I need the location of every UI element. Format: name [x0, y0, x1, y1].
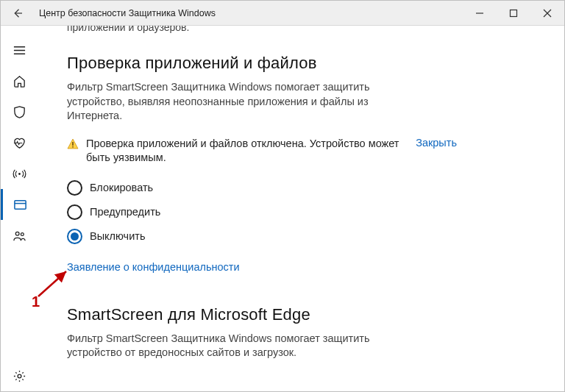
maximize-icon: [509, 9, 518, 18]
home-icon: [13, 74, 26, 88]
sidebar-item-settings[interactable]: [1, 360, 38, 391]
gear-icon: [13, 369, 26, 383]
radio-icon: [67, 204, 82, 220]
heart-icon: [13, 136, 26, 150]
hamburger-menu[interactable]: [1, 35, 38, 65]
titlebar: Центр безопасности Защитника Windows: [1, 1, 564, 26]
minimize-icon: [475, 9, 484, 18]
svg-rect-14: [72, 146, 73, 148]
warning-icon: [67, 138, 79, 150]
close-icon: [543, 9, 552, 18]
section-heading-edge: SmartScreen для Microsoft Edge: [67, 305, 564, 324]
sidebar-item-family[interactable]: [1, 220, 38, 251]
back-button[interactable]: [1, 1, 35, 26]
svg-rect-1: [511, 10, 517, 16]
truncated-prev-text: приложении и ораузеров.: [67, 26, 564, 33]
close-button[interactable]: [530, 1, 564, 26]
radio-option-block[interactable]: Блокировать: [67, 180, 564, 196]
window: Центр безопасности Защитника Windows: [0, 0, 565, 392]
svg-rect-8: [15, 200, 26, 208]
sidebar-item-health[interactable]: [1, 127, 38, 158]
privacy-statement-link[interactable]: Заявление о конфиденциальности: [67, 261, 240, 273]
section-desc-app-file-check: Фильтр SmartScreen Защитника Windows пом…: [67, 80, 405, 124]
radio-option-warn[interactable]: Предупредить: [67, 204, 564, 220]
content-area: приложении и ораузеров. Проверка приложе…: [38, 26, 564, 391]
radio-label: Блокировать: [90, 182, 153, 193]
maximize-button[interactable]: [497, 1, 530, 26]
app-control-icon: [13, 198, 27, 212]
radio-label: Выключить: [90, 230, 145, 242]
sidebar-item-home[interactable]: [1, 65, 38, 96]
sidebar-item-firewall[interactable]: [1, 158, 38, 189]
minimize-button[interactable]: [463, 1, 497, 26]
sidebar-item-virus[interactable]: [1, 96, 38, 127]
svg-point-10: [15, 232, 19, 235]
radio-icon: [67, 180, 82, 196]
arrow-left-icon: [11, 7, 24, 20]
radio-group-app-file-check: Блокировать Предупредить Выключить: [67, 180, 564, 244]
warning-close-link[interactable]: Закрыть: [416, 137, 457, 149]
window-title: Центр безопасности Защитника Windows: [39, 8, 463, 18]
svg-point-7: [18, 173, 21, 175]
shield-icon: [13, 105, 26, 119]
people-icon: [13, 229, 26, 243]
hamburger-icon: [13, 43, 26, 57]
sidebar-item-app-browser-control[interactable]: [1, 189, 38, 220]
antenna-icon: [13, 167, 26, 181]
sidebar: [1, 26, 38, 391]
svg-rect-13: [72, 142, 73, 146]
warning-row: Проверка приложений и файлов отключена. …: [67, 137, 457, 165]
sidebar-spacer: [1, 251, 38, 360]
section-heading-app-file-check: Проверка приложений и файлов: [67, 54, 564, 73]
radio-label: Предупредить: [90, 206, 160, 218]
svg-point-12: [18, 374, 21, 378]
svg-point-11: [21, 232, 24, 235]
body: приложении и ораузеров. Проверка приложе…: [1, 26, 564, 391]
radio-option-disable[interactable]: Выключить: [67, 229, 564, 244]
section-desc-edge: Фильтр SmartScreen Защитника Windows пом…: [67, 332, 405, 360]
warning-text: Проверка приложений и файлов отключена. …: [86, 137, 402, 165]
radio-icon: [67, 229, 82, 244]
window-controls: [463, 1, 564, 26]
